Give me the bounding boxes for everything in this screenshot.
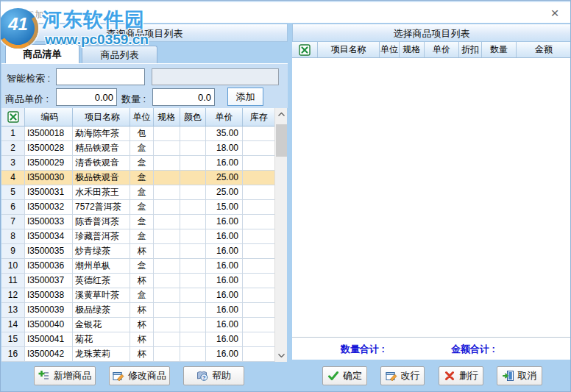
- window-title: 商品添加: [8, 9, 43, 21]
- table-row[interactable]: 7I3500033陈香普洱茶盒16.00: [1, 215, 274, 229]
- cell-unit: 杯: [130, 244, 154, 258]
- cell-price: 15.00: [206, 200, 243, 214]
- cell-name: 潮州单枞: [73, 259, 130, 273]
- cell-spec: [154, 303, 180, 317]
- cell-code: I3500031: [25, 185, 73, 199]
- unit-price-label: 商品单价 :: [5, 93, 49, 106]
- table-row[interactable]: 15I3500041菊花杯16.00: [1, 332, 274, 347]
- cell-stock: [243, 332, 274, 346]
- table-row[interactable]: 8I3500034珍藏普洱茶盒16.00: [1, 229, 274, 244]
- cell-num: 11: [1, 274, 25, 288]
- col-header-discount: 折扣: [459, 42, 482, 57]
- confirm-button[interactable]: 确定: [322, 366, 367, 385]
- cell-num: 1: [1, 126, 25, 140]
- cell-price: 16.00: [206, 156, 243, 170]
- excel-export-icon[interactable]: [1, 108, 25, 126]
- smart-search-input[interactable]: [56, 68, 145, 85]
- cell-code: I3500040: [25, 318, 73, 332]
- totals-bar: 数量合计 : 金额合计 :: [292, 337, 571, 360]
- col-header-price: 单价: [206, 108, 243, 126]
- table-row[interactable]: 13I3500039极品绿茶杯16.00: [1, 303, 274, 318]
- scroll-up-icon[interactable]: [275, 108, 288, 121]
- table-row[interactable]: 11I3500037英德红茶杯16.00: [1, 274, 274, 288]
- edit-product-label: 修改商品: [128, 369, 166, 382]
- cell-price: 16.00: [206, 229, 243, 243]
- cell-code: I3500042: [25, 347, 73, 361]
- cell-stock: [243, 229, 274, 243]
- product-add-dialog: 商品添加 × 查询商品项目列表 商品清单 商品列表 智能检索 : 商品单价 : …: [0, 0, 571, 392]
- cell-price: 16.00: [206, 303, 243, 317]
- cell-price: 16.00: [206, 288, 243, 302]
- cell-spec: [154, 288, 180, 302]
- table-row[interactable]: 9I3500035炒青绿茶杯16.00: [1, 244, 274, 259]
- selected-table-header: 项目名称 单位 规格 单价 折扣 数量 金额: [292, 42, 571, 58]
- unit-price-input[interactable]: [56, 88, 117, 106]
- cell-unit: 杯: [130, 318, 154, 332]
- cell-color: [180, 274, 206, 288]
- cell-name: 极品铁观音: [73, 171, 130, 185]
- scrollbar-thumb[interactable]: [276, 124, 287, 157]
- table-row[interactable]: 1I3500018勐海陈年茶包35.00: [1, 126, 274, 141]
- cell-code: I3500030: [25, 171, 73, 185]
- table-row[interactable]: 10I3500036潮州单枞盒16.00: [1, 259, 274, 274]
- scroll-down-icon[interactable]: [275, 349, 288, 362]
- cell-stock: [243, 318, 274, 332]
- cell-spec: [154, 141, 180, 155]
- cell-spec: [154, 347, 180, 361]
- add-button[interactable]: 添加: [227, 88, 263, 106]
- cell-color: [180, 156, 206, 170]
- change-row-button[interactable]: 改行: [380, 366, 425, 385]
- table-scrollbar[interactable]: [274, 108, 287, 362]
- cell-code: I3500028: [25, 141, 73, 155]
- table-row[interactable]: 4I3500030极品铁观音盒25.00: [1, 171, 274, 185]
- cell-name: 陈香普洱茶: [73, 215, 130, 229]
- col-header-amount: 金额: [517, 42, 571, 57]
- cell-unit: 盒: [130, 171, 154, 185]
- table-row[interactable]: 3I3500029清香铁观音盒16.00: [1, 156, 274, 171]
- cell-stock: [243, 156, 274, 170]
- table-row[interactable]: 12I3500038溪黄草叶茶盒16.00: [1, 288, 274, 303]
- left-panel-caption: 查询商品项目列表: [1, 24, 288, 42]
- cell-code: I3500032: [25, 200, 73, 214]
- cell-num: 2: [1, 141, 25, 155]
- col-header-color: 颜色: [180, 108, 206, 126]
- cell-spec: [154, 332, 180, 346]
- delete-row-label: 删行: [459, 369, 478, 382]
- excel-export-icon[interactable]: [292, 42, 318, 57]
- cell-unit: 盒: [130, 156, 154, 170]
- cell-name: 炒青绿茶: [73, 244, 130, 258]
- tab-product-list[interactable]: 商品清单: [5, 44, 79, 63]
- cell-stock: [243, 141, 274, 155]
- cell-stock: [243, 244, 274, 258]
- col-header-unit: 单位: [380, 42, 400, 57]
- edit-product-button[interactable]: 修改商品: [109, 366, 170, 385]
- help-button[interactable]: ? 帮助: [183, 366, 244, 385]
- cell-name: 菊花: [73, 332, 130, 346]
- table-row[interactable]: 2I3500028精品铁观音盒18.00: [1, 141, 274, 156]
- cell-num: 14: [1, 318, 25, 332]
- cell-color: [180, 215, 206, 229]
- cell-color: [180, 318, 206, 332]
- cell-unit: 盒: [130, 215, 154, 229]
- quantity-input[interactable]: [152, 88, 215, 106]
- table-row[interactable]: 16I3500042龙珠茉莉杯16.00: [1, 347, 274, 362]
- cell-code: I3500036: [25, 259, 73, 273]
- cell-name: 珍藏普洱茶: [73, 229, 130, 243]
- cell-spec: [154, 215, 180, 229]
- cell-unit: 盒: [130, 200, 154, 214]
- smart-search-label: 智能检索 :: [7, 72, 50, 85]
- cell-color: [180, 185, 206, 199]
- cell-name: 7572普洱茶: [73, 200, 130, 214]
- close-icon[interactable]: ×: [545, 4, 564, 22]
- delete-row-button[interactable]: 删行: [439, 366, 483, 385]
- cell-color: [180, 303, 206, 317]
- table-row[interactable]: 14I3500040金银花杯16.00: [1, 318, 274, 332]
- table-row[interactable]: 5I3500031水禾田茶王盒25.00: [1, 185, 274, 200]
- new-product-button[interactable]: 新增商品: [34, 366, 96, 385]
- table-row[interactable]: 6I35000327572普洱茶盒15.00: [1, 200, 274, 215]
- cancel-button[interactable]: 取消: [497, 366, 542, 385]
- amount-total-label: 金额合计 :: [451, 338, 495, 360]
- cell-name: 勐海陈年茶: [73, 126, 130, 140]
- cell-code: I3500018: [25, 126, 73, 140]
- tab-product-catalog[interactable]: 商品列表: [82, 46, 157, 63]
